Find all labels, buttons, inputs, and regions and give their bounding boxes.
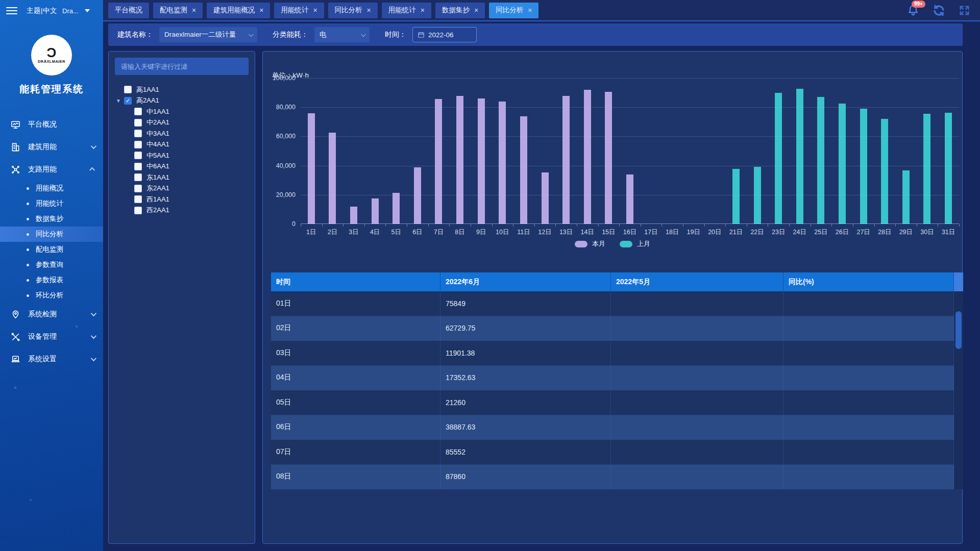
bar[interactable] [499, 102, 506, 224]
checkbox[interactable] [134, 195, 142, 203]
sidebar-item[interactable]: 支路用能 [0, 158, 103, 181]
notification-bell-icon[interactable]: 99+ [905, 3, 921, 18]
bar[interactable] [542, 172, 549, 224]
tab-label: 同比分析 [496, 6, 523, 15]
legend-item[interactable]: 本月 [575, 239, 605, 248]
bar[interactable] [520, 116, 527, 224]
tools-icon [10, 332, 20, 342]
tab-close-icon[interactable]: × [421, 7, 425, 14]
bar[interactable] [796, 89, 803, 224]
refresh-icon[interactable] [931, 3, 946, 18]
bar[interactable] [860, 109, 867, 224]
bar[interactable] [605, 92, 612, 224]
bar[interactable] [902, 170, 910, 224]
bar[interactable] [308, 113, 315, 224]
checkbox[interactable] [134, 207, 142, 214]
checkbox[interactable] [124, 86, 132, 93]
table-row: 03日11901.38 [271, 341, 954, 366]
tab-close-icon[interactable]: × [474, 7, 478, 14]
date-input[interactable]: 2022-06 [412, 27, 477, 42]
bar[interactable] [584, 90, 591, 224]
bar[interactable] [414, 167, 421, 224]
bar[interactable] [839, 104, 846, 224]
bar[interactable] [817, 97, 824, 224]
sidebar-subitem[interactable]: 用能统计 [0, 196, 103, 211]
sidebar-subitem[interactable]: 环比分析 [0, 288, 103, 303]
tree-node[interactable]: 中4AA1 [109, 139, 255, 151]
tab-close-icon[interactable]: × [192, 7, 196, 14]
energy-select[interactable]: 电 [314, 27, 370, 42]
checkbox[interactable] [134, 185, 142, 192]
bar[interactable] [393, 193, 400, 224]
checkbox[interactable] [134, 152, 142, 159]
checkbox[interactable] [134, 141, 142, 148]
sidebar-subitem[interactable]: 配电监测 [0, 242, 103, 257]
tab[interactable]: 用能统计 × [382, 3, 431, 18]
tree-node[interactable]: ▼ 高1AA1 [109, 84, 255, 95]
legend-item[interactable]: 上月 [620, 239, 650, 248]
sidebar-item[interactable]: 系统检测 [0, 303, 103, 325]
sidebar-subitem[interactable]: 同比分析 [0, 227, 103, 242]
building-select[interactable]: Draexlmaier一二级计量 [159, 27, 257, 42]
sidebar-item[interactable]: 建筑用能 [0, 136, 103, 158]
tab-close-icon[interactable]: × [259, 7, 263, 14]
user-dropdown[interactable]: Dra... [62, 7, 79, 15]
tab[interactable]: 配电监测 × [153, 3, 203, 18]
bar[interactable] [562, 96, 570, 224]
tree-node[interactable]: 中6AA1 [109, 161, 255, 172]
sidebar-subitem[interactable]: 用能概况 [0, 181, 103, 196]
sidebar-subitem[interactable]: 数据集抄 [0, 211, 103, 227]
bar[interactable] [435, 99, 442, 224]
tree-search-input[interactable] [115, 58, 249, 75]
table-scrollbar-thumb[interactable] [955, 311, 962, 349]
tab[interactable]: 平台概况 [108, 3, 149, 18]
bar[interactable] [923, 114, 930, 224]
checkbox[interactable] [134, 108, 142, 115]
tab[interactable]: 用能统计 × [274, 3, 324, 18]
tree-node[interactable]: 西1AA1 [109, 194, 255, 205]
tree-node[interactable]: 东2AA1 [109, 183, 255, 194]
bar[interactable] [456, 96, 463, 224]
tree-node[interactable]: 中3AA1 [109, 128, 255, 139]
bar[interactable] [329, 133, 336, 224]
caret-down-icon[interactable]: ▼ [116, 98, 124, 104]
tab-close-icon[interactable]: × [313, 7, 317, 14]
bar[interactable] [732, 169, 740, 224]
bar[interactable] [945, 113, 952, 224]
bar[interactable] [754, 167, 761, 224]
tab[interactable]: 同比分析 × [328, 3, 378, 18]
x-tick [343, 224, 344, 227]
tree-node[interactable]: 中2AA1 [109, 117, 255, 129]
checkbox[interactable] [134, 173, 142, 181]
tree-node-label: 中3AA1 [146, 129, 169, 138]
menu-toggle-icon[interactable] [6, 7, 17, 14]
tree-node[interactable]: 东1AA1 [109, 172, 255, 183]
tree-node[interactable]: ▼ ✓ 高2AA1 [109, 95, 255, 107]
tree-node[interactable]: 西2AA1 [109, 205, 255, 216]
sidebar-subitem[interactable]: 参数报表 [0, 272, 103, 288]
bar[interactable] [775, 93, 782, 224]
bar[interactable] [881, 119, 888, 224]
tab[interactable]: 建筑用能概况 × [207, 3, 270, 18]
bar[interactable] [478, 98, 485, 224]
tab[interactable]: 数据集抄 × [435, 3, 485, 18]
sidebar-item[interactable]: 系统设置 [0, 348, 103, 370]
sidebar-item[interactable]: 平台概况 [0, 113, 103, 136]
sidebar-item[interactable]: 设备管理 [0, 325, 103, 348]
sidebar-subitem[interactable]: 参数查询 [0, 257, 103, 272]
tab-label: 平台概况 [115, 6, 142, 15]
bar[interactable] [350, 207, 357, 224]
tree-node[interactable]: 中5AA1 [109, 150, 255, 161]
checkbox[interactable] [134, 130, 142, 137]
bar[interactable] [626, 174, 633, 224]
theme-language-label[interactable]: 主题|中文 [27, 6, 57, 15]
checkbox[interactable] [134, 163, 142, 170]
tree-node[interactable]: 中1AA1 [109, 106, 255, 117]
checkbox[interactable]: ✓ [124, 97, 132, 105]
checkbox[interactable] [134, 119, 142, 127]
tab-close-icon[interactable]: × [367, 7, 371, 14]
tab[interactable]: 同比分析 × [489, 3, 538, 18]
bar[interactable] [372, 198, 379, 224]
tab-close-icon[interactable]: × [528, 7, 532, 14]
fullscreen-icon[interactable] [957, 3, 972, 18]
